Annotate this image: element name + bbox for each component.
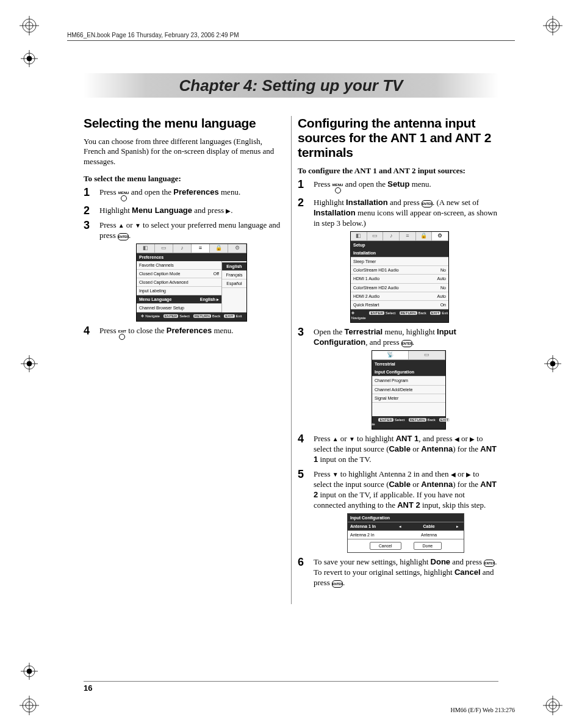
step: Press MENU and open the Setup menu.	[298, 179, 498, 193]
intro-left: You can choose from three different lang…	[84, 137, 284, 167]
osd-preferences: ◧ ▭ ♪ ≡ 🔒 ⚙ Preferences Favorite Channel…	[136, 243, 247, 322]
enter-button-icon: ENTER	[332, 580, 343, 588]
steps-left: Press MENU and open the Preferences menu…	[84, 187, 284, 340]
step: Open the Terrestrial menu, highlight Inp…	[298, 327, 498, 430]
down-arrow-icon: ▼	[332, 470, 339, 478]
col-right: Configuring the antenna input sources fo…	[298, 110, 498, 593]
columns: Selecting the menu language You can choo…	[84, 110, 498, 593]
chapter-title: Chapter 4: Setting up your TV	[84, 73, 498, 98]
step: Highlight Menu Language and press ▶.	[84, 206, 284, 216]
left-arrow-icon: ◀	[454, 435, 459, 443]
svg-point-13	[549, 702, 556, 709]
enter-button-icon: ENTER	[401, 340, 412, 347]
osd-setup: ◧ ▭ ♪ ≡ 🔒 ⚙ Setup Installation Sleep Tim…	[350, 231, 449, 323]
osd-tab-icon: 📡	[372, 351, 409, 359]
svg-point-4	[546, 19, 559, 32]
osd-terrestrial: 📡 ▭ Terrestrial Input Configuration Chan…	[372, 350, 446, 430]
svg-point-8	[23, 699, 36, 712]
section-heading-right: Configuring the antenna input sources fo…	[298, 116, 498, 160]
osd-tab-icon: ▭	[155, 244, 173, 253]
osd-side: English Français Español	[221, 261, 246, 313]
enter-button-icon: ENTER	[118, 233, 129, 240]
enter-button-icon: ENTER	[484, 560, 495, 567]
osd-tab-icon: ▭	[367, 232, 384, 240]
svg-point-17	[27, 361, 32, 366]
exit-button-icon: EXIT	[118, 330, 126, 340]
step: Press ▼ to highlight Antenna 2 in and th…	[298, 469, 498, 553]
step: Press ▲ or ▼ to select your preferred me…	[84, 220, 284, 322]
osd-tab-icon: ≡	[400, 232, 416, 240]
footer-rule	[84, 681, 498, 682]
step: Press ▲ or ▼ to highlight ANT 1, and pre…	[298, 434, 498, 465]
osd-tab-icon: ⚙	[228, 244, 246, 253]
svg-point-25	[27, 56, 32, 61]
svg-point-29	[27, 669, 32, 674]
svg-point-12	[546, 699, 559, 712]
col-left: Selecting the menu language You can choo…	[84, 110, 284, 593]
cancel-button: Cancel	[370, 542, 401, 550]
step: Press EXIT to close the Preferences menu…	[84, 326, 284, 340]
svg-point-20	[547, 358, 558, 369]
subhead-right: To configure the ANT 1 and ANT 2 input s…	[298, 166, 498, 176]
osd-tab-icon: ◧	[137, 244, 155, 253]
svg-point-28	[24, 666, 35, 677]
section-heading-left: Selecting the menu language	[84, 116, 284, 131]
osd-tab-icon: ▭	[409, 351, 445, 359]
down-arrow-icon: ▼	[135, 222, 141, 229]
osd-input-configuration: Input Configuration Antenna 1 In ◂ Cable…	[347, 513, 464, 553]
step: Press MENU and open the Preferences menu…	[84, 187, 284, 201]
osd-tab-icon: ♪	[173, 244, 192, 253]
page-number: 16	[84, 683, 92, 693]
step: Highlight Installation and press ENTER. …	[298, 198, 498, 323]
osd-tab-icon: 🔒	[210, 244, 228, 253]
svg-point-9	[26, 702, 33, 709]
osd-tab-icon: ♪	[383, 232, 400, 240]
osd-tab-icon: ≡	[192, 244, 210, 253]
done-button: Done	[414, 542, 442, 550]
menu-button-icon: MENU	[118, 191, 129, 201]
enter-button-icon: ENTER	[422, 200, 433, 207]
up-arrow-icon: ▲	[332, 435, 339, 443]
footer-code: HM66 (E/F) Web 213:276	[451, 707, 515, 713]
right-arrow-icon: ▶	[466, 470, 471, 478]
step: To save your new settings, highlight Don…	[298, 557, 498, 588]
page: HM66_EN.book Page 16 Thursday, February …	[0, 0, 582, 728]
osd-list: Favorite Channels Closed Caption ModeOff…	[137, 261, 221, 313]
up-arrow-icon: ▲	[118, 222, 124, 229]
running-header: HM66_EN.book Page 16 Thursday, February …	[67, 32, 515, 38]
osd-tab-icon: ◧	[351, 232, 367, 240]
menu-button-icon: MENU	[332, 183, 343, 193]
right-arrow-icon: ▶	[470, 435, 475, 443]
osd-navbar: ✥ Navigate ENTERSelect RETURNBack EXITEx…	[137, 312, 246, 321]
svg-point-1	[26, 22, 33, 29]
header-rule	[67, 40, 515, 41]
left-arrow-icon: ◀	[451, 470, 456, 478]
svg-point-21	[550, 361, 555, 366]
svg-point-24	[24, 53, 35, 64]
down-arrow-icon: ▼	[349, 435, 355, 443]
svg-point-0	[23, 19, 36, 32]
steps-right: Press MENU and open the Setup menu. High…	[298, 179, 498, 588]
svg-point-16	[24, 358, 35, 369]
osd-title: Preferences	[137, 253, 246, 261]
subhead-left: To select the menu language:	[84, 174, 284, 184]
osd-tab-icon: ⚙	[432, 232, 448, 240]
svg-point-5	[549, 22, 556, 29]
osd-tab-icon: 🔒	[416, 232, 433, 240]
